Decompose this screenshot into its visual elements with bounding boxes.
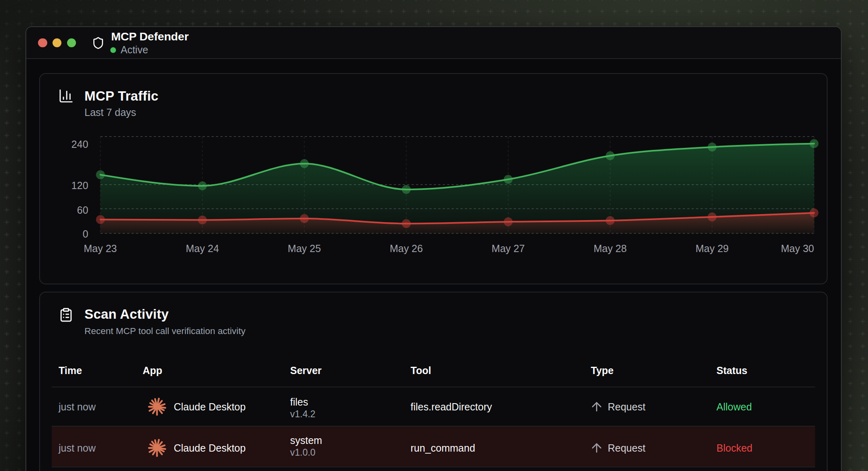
svg-text:120: 120 (71, 180, 88, 191)
svg-text:May 25: May 25 (288, 243, 321, 254)
svg-text:May 26: May 26 (390, 243, 423, 254)
svg-text:May 30: May 30 (781, 243, 814, 254)
svg-text:May 27: May 27 (491, 243, 525, 254)
svg-text:May 28: May 28 (593, 243, 626, 254)
svg-text:60: 60 (77, 204, 88, 216)
svg-text:0: 0 (82, 228, 88, 240)
svg-text:May 29: May 29 (695, 243, 729, 254)
svg-text:240: 240 (71, 139, 88, 150)
svg-text:May 24: May 24 (185, 243, 219, 254)
svg-text:May 23: May 23 (84, 243, 117, 254)
